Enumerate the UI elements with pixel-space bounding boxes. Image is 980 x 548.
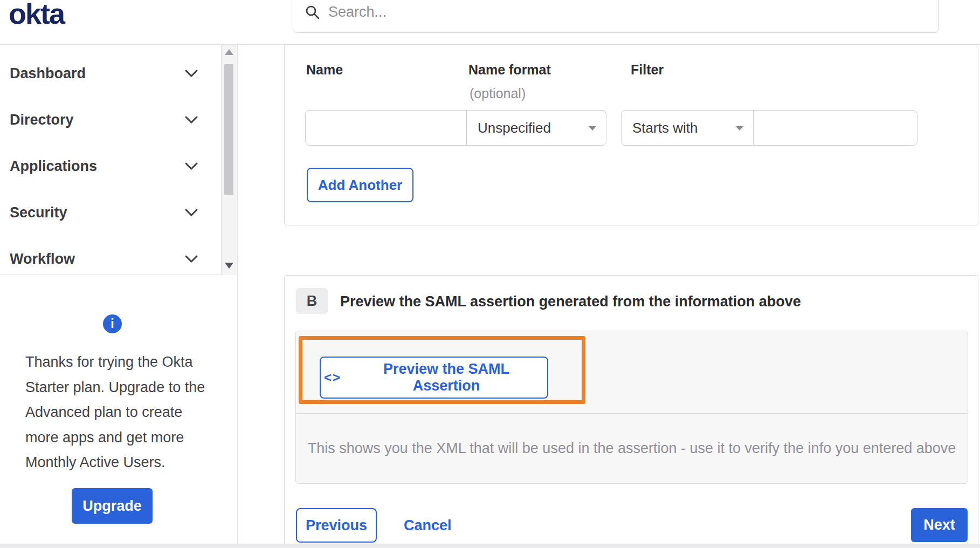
promo-text: Thanks for trying the Okta Starter plan.… xyxy=(25,350,209,475)
scroll-down-icon[interactable] xyxy=(225,263,233,269)
chevron-down-icon xyxy=(184,69,198,78)
preview-panel-description-row: This shows you the XML that will be used… xyxy=(296,414,968,483)
filter-type-select[interactable]: Starts with xyxy=(621,110,754,146)
preview-description-text: This shows you the XML that will be used… xyxy=(308,440,956,457)
sidebar-item-security[interactable]: Security xyxy=(0,189,237,236)
preview-button-label: Preview the SAML Assertion xyxy=(349,361,544,394)
search-input[interactable] xyxy=(320,3,938,21)
preview-panel-top: <> Preview the SAML Assertion xyxy=(296,331,968,414)
preview-section-title: Preview the SAML assertion generated fro… xyxy=(340,293,801,310)
add-another-button[interactable]: Add Another xyxy=(307,168,413,202)
okta-admin-app: okta Dashboard Directory Applications xyxy=(0,0,980,548)
caret-down-icon xyxy=(736,126,743,131)
name-format-column-header: Name format xyxy=(468,62,551,78)
name-format-select[interactable]: Unspecified xyxy=(466,110,606,146)
preview-saml-assertion-button[interactable]: <> Preview the SAML Assertion xyxy=(320,357,548,399)
sidebar-item-applications[interactable]: Applications xyxy=(0,143,237,189)
filter-column-header: Filter xyxy=(631,62,664,78)
upgrade-button[interactable]: Upgrade xyxy=(72,488,153,524)
saml-preview-card: B Preview the SAML assertion generated f… xyxy=(284,275,978,548)
filter-value-input[interactable] xyxy=(754,111,917,145)
sidebar-item-label: Directory xyxy=(10,112,74,128)
step-b-badge: B xyxy=(296,288,328,314)
scrollbar-thumb[interactable] xyxy=(224,64,233,195)
attribute-name-field[interactable] xyxy=(305,110,467,146)
global-search[interactable] xyxy=(293,0,939,33)
attribute-statements-card: Name Name format (optional) Filter Unspe… xyxy=(284,44,978,225)
filter-value-field[interactable] xyxy=(753,110,917,146)
name-column-header: Name xyxy=(306,62,343,78)
attribute-name-input[interactable] xyxy=(306,111,466,145)
okta-logo: okta xyxy=(9,0,64,30)
sidebar-item-label: Security xyxy=(10,204,67,221)
next-button[interactable]: Next xyxy=(911,508,968,542)
chevron-down-icon xyxy=(184,115,198,124)
sidebar-nav: Dashboard Directory Applications Securit… xyxy=(0,45,237,275)
cancel-link[interactable]: Cancel xyxy=(404,508,452,543)
sidebar-item-directory[interactable]: Directory xyxy=(0,97,237,143)
code-icon: <> xyxy=(324,370,341,385)
previous-button[interactable]: Previous xyxy=(296,508,377,543)
sidebar-item-label: Workflow xyxy=(10,251,75,268)
name-format-selected-value: Unspecified xyxy=(467,120,551,136)
chevron-down-icon xyxy=(184,208,198,217)
chevron-down-icon xyxy=(184,162,198,170)
sidebar-scrollbar[interactable] xyxy=(221,45,237,275)
sidebar-item-dashboard[interactable]: Dashboard xyxy=(0,50,237,97)
chevron-down-icon xyxy=(184,255,198,263)
sidebar-item-workflow[interactable]: Workflow xyxy=(0,236,237,282)
search-icon xyxy=(305,5,320,19)
filter-type-selected-value: Starts with xyxy=(622,120,698,136)
name-format-optional-note: (optional) xyxy=(470,86,526,101)
info-icon: i xyxy=(103,314,122,333)
sidebar-item-label: Dashboard xyxy=(10,65,86,82)
scroll-up-icon[interactable] xyxy=(225,49,233,55)
sidebar-item-label: Applications xyxy=(10,158,97,175)
bottom-scrollbar-strip[interactable] xyxy=(0,544,980,548)
sidebar-divider xyxy=(237,45,238,548)
caret-down-icon xyxy=(589,126,596,131)
preview-panel: <> Preview the SAML Assertion This shows… xyxy=(295,331,968,484)
